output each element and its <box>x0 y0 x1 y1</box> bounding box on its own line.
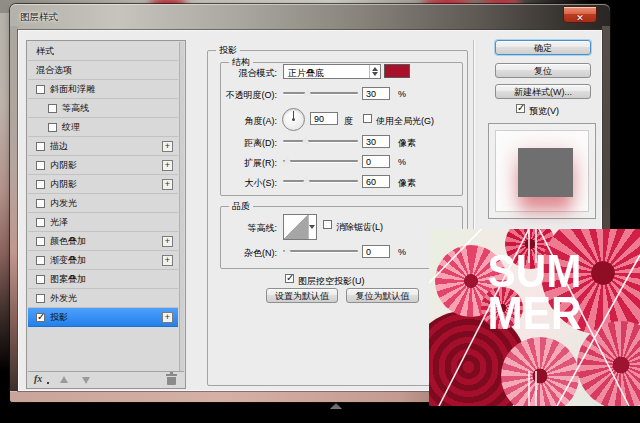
angle-dial[interactable] <box>282 108 305 131</box>
preview-label: 预览(V) <box>529 105 559 118</box>
styles-item-gradient-overlay[interactable]: 渐变叠加+ <box>28 251 178 270</box>
spread-slider[interactable] <box>283 155 358 166</box>
fx-icon[interactable]: fx <box>34 373 42 384</box>
opacity-unit: % <box>398 89 406 99</box>
angle-unit: 度 <box>344 115 353 128</box>
noise-slider[interactable] <box>283 245 358 256</box>
contour-thumbnail-icon <box>284 215 309 239</box>
checkbox-checked[interactable] <box>36 313 45 322</box>
spread-label: 扩展(R): <box>210 157 277 170</box>
effect-preview-panel <box>488 123 596 219</box>
distance-label: 距离(D): <box>210 137 277 150</box>
checkbox[interactable] <box>36 161 45 170</box>
checkbox[interactable] <box>36 85 45 94</box>
spinner-arrows-icon <box>369 65 380 78</box>
styles-list-toolbar: fx <box>28 371 184 387</box>
styles-item-outer-glow[interactable]: 外发光 <box>28 289 178 308</box>
checkbox[interactable] <box>36 256 45 265</box>
noise-value[interactable]: 0 <box>362 245 390 258</box>
styles-item-satin[interactable]: 光泽 <box>28 213 178 232</box>
layer-knockout-label: 图层挖空投影(U) <box>298 275 365 288</box>
styles-item-contour[interactable]: 等高线 <box>28 99 178 118</box>
angle-label: 角度(A): <box>210 115 277 128</box>
contour-dropdown-icon[interactable] <box>309 225 315 229</box>
checkbox[interactable] <box>36 142 45 151</box>
styles-item-color-overlay[interactable]: 颜色叠加+ <box>28 232 178 251</box>
background-image-strip <box>0 0 10 423</box>
noise-unit: % <box>398 247 406 257</box>
ok-button[interactable]: 确定 <box>495 40 591 55</box>
checkbox[interactable] <box>48 104 57 113</box>
blend-mode-select[interactable]: 正片叠底 <box>283 64 381 79</box>
add-effect-icon[interactable]: + <box>162 141 173 152</box>
styles-item-bevel-emboss[interactable]: 斜面和浮雕 <box>28 80 178 99</box>
fx-menu-dot <box>47 382 49 384</box>
size-slider[interactable] <box>283 175 358 186</box>
layer-knockout-checkbox[interactable] <box>285 274 294 283</box>
opacity-value[interactable]: 30 <box>362 87 390 100</box>
size-unit: 像素 <box>398 177 416 190</box>
add-effect-icon[interactable]: + <box>162 179 173 190</box>
move-effect-down-icon[interactable] <box>82 377 90 384</box>
checkbox[interactable] <box>36 237 45 246</box>
use-global-light-checkbox[interactable] <box>363 114 372 123</box>
add-effect-icon[interactable]: + <box>162 255 173 266</box>
delete-effect-icon[interactable] <box>167 377 176 385</box>
angle-value[interactable]: 90 <box>310 112 338 125</box>
checkbox[interactable] <box>48 123 57 132</box>
make-default-button[interactable]: 设置为默认值 <box>266 288 338 303</box>
styles-item-pattern-overlay[interactable]: 图案叠加 <box>28 270 178 289</box>
noise-label: 杂色(N): <box>210 247 277 260</box>
move-effect-up-icon[interactable] <box>60 376 68 383</box>
reset-default-button[interactable]: 复位为默认值 <box>346 288 419 303</box>
shadow-color-swatch[interactable] <box>384 64 410 78</box>
opacity-slider[interactable] <box>283 87 358 98</box>
artwork-text-line1: SUM <box>433 250 636 292</box>
checkbox[interactable] <box>36 199 45 208</box>
styles-item-inner-glow[interactable]: 内发光 <box>28 194 178 213</box>
quality-group-title: 品质 <box>229 200 253 213</box>
checkbox[interactable] <box>36 180 45 189</box>
styles-item-inner-shadow-2[interactable]: 内阴影+ <box>28 175 178 194</box>
styles-item-inner-shadow-1[interactable]: 内阴影+ <box>28 156 178 175</box>
document-canvas-artwork: SUM MER <box>429 229 640 406</box>
spread-unit: % <box>398 157 406 167</box>
reset-button[interactable]: 复位 <box>495 63 591 78</box>
checkbox[interactable] <box>36 294 45 303</box>
contour-picker[interactable] <box>283 214 317 240</box>
distance-value[interactable]: 30 <box>362 135 390 148</box>
add-effect-icon[interactable]: + <box>162 160 173 171</box>
add-effect-icon[interactable]: + <box>162 236 173 247</box>
styles-item-stroke[interactable]: 描边+ <box>28 137 178 156</box>
checkbox[interactable] <box>36 218 45 227</box>
add-effect-icon[interactable]: + <box>162 312 173 323</box>
opacity-label: 不透明度(O): <box>210 89 277 102</box>
new-style-button[interactable]: 新建样式(W)... <box>495 84 591 99</box>
distance-slider[interactable] <box>283 135 358 146</box>
close-icon: ✕ <box>576 13 584 23</box>
screen: 图层样式 ✕ 样式 混合选项 斜面和浮雕 等高线 纹理 描边+ 内阴影+ 内阴影… <box>0 0 640 423</box>
taskbar-peek-icon <box>330 403 342 409</box>
close-button[interactable]: ✕ <box>563 6 597 23</box>
artwork-text-line2: MER <box>433 292 636 334</box>
checkbox[interactable] <box>36 275 45 284</box>
styles-item-styles[interactable]: 样式 <box>28 42 178 61</box>
spread-value[interactable]: 0 <box>362 155 390 168</box>
size-value[interactable]: 60 <box>362 175 390 188</box>
contour-label: 等高线: <box>210 222 277 235</box>
effect-preview-swatch <box>518 148 573 197</box>
styles-list: 样式 混合选项 斜面和浮雕 等高线 纹理 描边+ 内阴影+ 内阴影+ 内发光 光… <box>26 40 186 389</box>
styles-item-blending-options[interactable]: 混合选项 <box>28 61 178 80</box>
use-global-light-label: 使用全局光(G) <box>376 115 434 128</box>
preview-checkbox[interactable] <box>516 104 525 113</box>
anti-alias-checkbox[interactable] <box>323 220 332 229</box>
dialog-titlebar[interactable]: 图层样式 ✕ <box>10 4 610 30</box>
styles-item-drop-shadow[interactable]: 投影+ <box>28 308 178 327</box>
dialog-title: 图层样式 <box>20 11 58 24</box>
size-label: 大小(S): <box>210 177 277 190</box>
distance-unit: 像素 <box>398 137 416 150</box>
styles-list-scrollbar[interactable] <box>179 42 184 372</box>
blend-mode-value: 正片叠底 <box>288 67 324 80</box>
styles-item-texture[interactable]: 纹理 <box>28 118 178 137</box>
anti-alias-label: 消除锯齿(L) <box>336 221 383 234</box>
